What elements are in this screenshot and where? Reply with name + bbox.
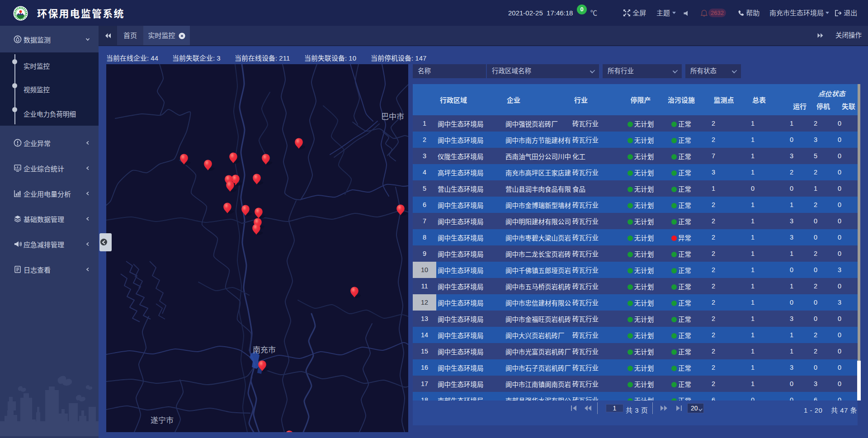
svg-text:南充市: 南充市 [253,346,276,354]
svg-text:巴中市: 巴中市 [381,113,404,121]
svg-text:遂宁市: 遂宁市 [151,416,174,425]
